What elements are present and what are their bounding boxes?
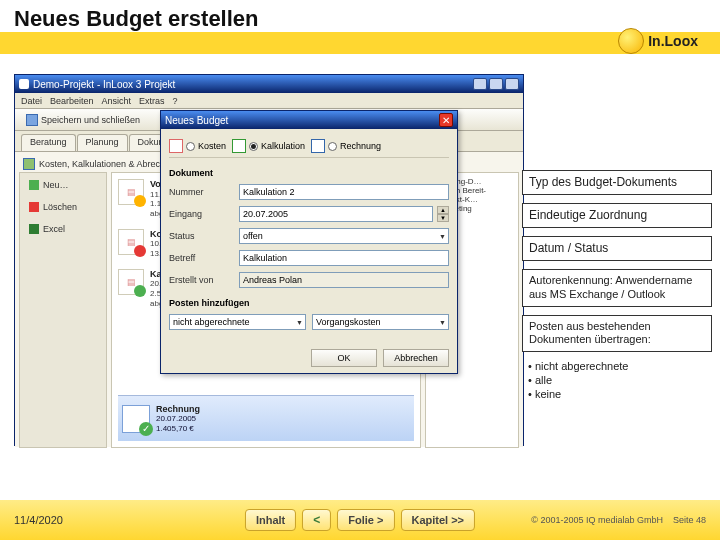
nav-label: Folie > — [348, 514, 383, 526]
brand-text: In.Loox — [648, 33, 698, 49]
radio-icon — [186, 142, 195, 151]
dialog-buttons: OK Abbrechen — [311, 349, 449, 367]
cancel-button[interactable]: Abbrechen — [383, 349, 449, 367]
posten-type-value: Vorgangskosten — [316, 317, 381, 327]
type-rechnung[interactable]: Rechnung — [311, 139, 381, 153]
callout-zuordnung: Eindeutige Zuordnung — [522, 203, 712, 228]
plus-icon — [29, 180, 39, 190]
kosten-icon — [169, 139, 183, 153]
menu-bearbeiten[interactable]: Bearbeiten — [50, 96, 94, 106]
eingang-input[interactable]: 20.07.2005 — [239, 206, 433, 222]
nummer-label: Nummer — [169, 187, 233, 197]
type-selector: Kosten Kalkulation Rechnung — [169, 135, 449, 158]
type-kosten[interactable]: Kosten — [169, 139, 226, 153]
brand-logo: In.Loox — [618, 28, 698, 54]
ok-button[interactable]: OK — [311, 349, 377, 367]
question-badge-icon — [134, 195, 146, 207]
nav-buttons: Inhalt < Folie > Kapitel >> — [245, 509, 475, 531]
minimize-button[interactable] — [473, 78, 487, 90]
posten-filter-select[interactable]: nicht abgerechnete — [169, 314, 306, 330]
app-icon — [19, 79, 29, 89]
delete-button[interactable]: Löschen — [24, 199, 102, 215]
bullet: • nicht abgerechnete — [528, 360, 706, 374]
betreff-row: Betreff Kalkulation — [169, 250, 449, 266]
menubar: Datei Bearbeiten Ansicht Extras ? — [15, 93, 523, 109]
callout-bullets: • nicht abgerechnete • alle • keine — [522, 360, 712, 401]
posten-heading: Posten hinzufügen — [169, 298, 449, 308]
kalkulation-icon — [232, 139, 246, 153]
delete-icon — [29, 202, 39, 212]
invoice-icon — [122, 405, 150, 433]
eingang-label: Eingang — [169, 209, 233, 219]
type-kalkulation[interactable]: Kalkulation — [232, 139, 305, 153]
doc-icon: ▤ — [118, 229, 144, 255]
tab-beratung[interactable]: Beratung — [21, 134, 76, 151]
maximize-button[interactable] — [489, 78, 503, 90]
betreff-label: Betreff — [169, 253, 233, 263]
bullet: • alle — [528, 374, 706, 388]
dialog-title: Neues Budget — [165, 115, 228, 126]
type-label: Kosten — [198, 141, 226, 151]
menu-help[interactable]: ? — [173, 96, 178, 106]
close-button[interactable] — [505, 78, 519, 90]
selected-item[interactable]: Rechnung20.07.20051.405,70 € — [118, 395, 414, 441]
window-controls — [473, 78, 519, 90]
panel-icon — [23, 158, 35, 170]
eingang-row: Eingang 20.07.2005 ▲▼ — [169, 206, 449, 222]
doc-icon: ▤ — [118, 269, 144, 295]
tab-planung[interactable]: Planung — [77, 134, 128, 151]
nav-kapitel[interactable]: Kapitel >> — [400, 509, 475, 531]
slide-footer: 11/4/2020 Inhalt < Folie > Kapitel >> © … — [0, 500, 720, 540]
erstellt-row: Erstellt von Andreas Polan — [169, 272, 449, 288]
nav-inhalt[interactable]: Inhalt — [245, 509, 296, 531]
nummer-input[interactable]: Kalkulation 2 — [239, 184, 449, 200]
nummer-row: Nummer Kalkulation 2 — [169, 184, 449, 200]
callout-type: Typ des Budget-Dokuments — [522, 170, 712, 195]
nav-folie[interactable]: Folie > — [337, 509, 394, 531]
date-spinner[interactable]: ▲▼ — [437, 206, 449, 222]
erstellt-label: Erstellt von — [169, 275, 233, 285]
new-label: Neu… — [43, 180, 69, 190]
type-label: Kalkulation — [261, 141, 305, 151]
menu-datei[interactable]: Datei — [21, 96, 42, 106]
status-select[interactable]: offen — [239, 228, 449, 244]
logo-ball-icon — [618, 28, 644, 54]
menu-extras[interactable]: Extras — [139, 96, 165, 106]
dokument-heading: Dokument — [169, 168, 449, 178]
slide-header: Neues Budget erstellen In.Loox — [0, 0, 720, 54]
slide-title: Neues Budget erstellen — [14, 6, 259, 32]
callout-posten: Posten aus bestehenden Dokumenten übertr… — [522, 315, 712, 353]
dialog-close-button[interactable]: ✕ — [439, 113, 453, 127]
new-button[interactable]: Neu… — [24, 177, 102, 193]
erstellt-field: Andreas Polan — [239, 272, 449, 288]
chevron-left-icon: < — [313, 513, 320, 527]
spin-down-icon: ▼ — [437, 214, 449, 222]
footer-date: 11/4/2020 — [14, 514, 63, 526]
betreff-input[interactable]: Kalkulation — [239, 250, 449, 266]
radio-icon — [328, 142, 337, 151]
minus-badge-icon — [134, 245, 146, 257]
menu-ansicht[interactable]: Ansicht — [102, 96, 132, 106]
dialog-titlebar[interactable]: Neues Budget ✕ — [161, 111, 457, 129]
status-value: offen — [243, 231, 263, 241]
nav-prev[interactable]: < — [302, 509, 331, 531]
save-close-button[interactable]: Speichern und schließen — [21, 112, 145, 128]
type-label: Rechnung — [340, 141, 381, 151]
radio-icon — [249, 142, 258, 151]
page-number: Seite 48 — [673, 515, 706, 525]
delete-label: Löschen — [43, 202, 77, 212]
nav-label: Inhalt — [256, 514, 285, 526]
callout-datum: Datum / Status — [522, 236, 712, 261]
rechnung-icon — [311, 139, 325, 153]
posten-type-select[interactable]: Vorgangskosten — [312, 314, 449, 330]
posten-filter-value: nicht abgerechnete — [173, 317, 250, 327]
window-titlebar[interactable]: Demo-Projekt - InLoox 3 Projekt — [15, 75, 523, 93]
spin-up-icon: ▲ — [437, 206, 449, 214]
footer-meta: © 2001-2005 IQ medialab GmbH Seite 48 — [531, 515, 706, 525]
save-close-label: Speichern und schließen — [41, 115, 140, 125]
status-label: Status — [169, 231, 233, 241]
excel-button[interactable]: Excel — [24, 221, 102, 237]
selected-text: Rechnung20.07.20051.405,70 € — [156, 404, 200, 434]
action-sidebar: Neu… Löschen Excel — [19, 172, 107, 448]
nav-label: Kapitel >> — [411, 514, 464, 526]
